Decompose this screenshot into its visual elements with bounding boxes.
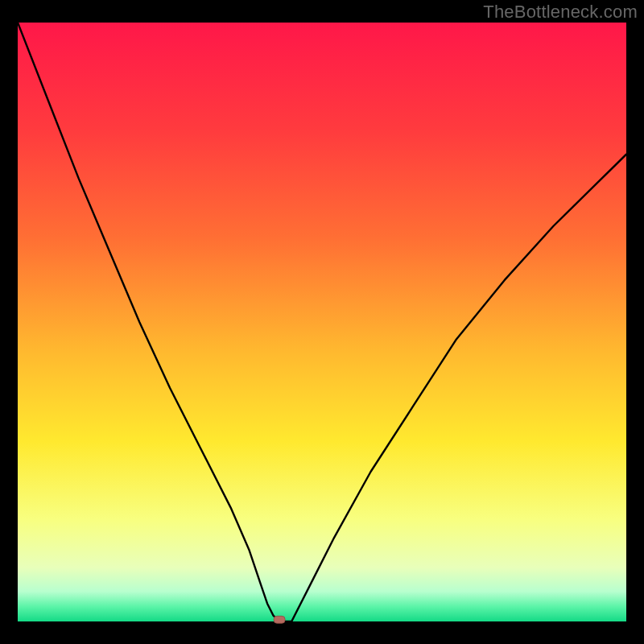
watermark-text: TheBottleneck.com <box>483 2 638 23</box>
chart-frame: TheBottleneck.com <box>0 0 644 644</box>
minimum-marker <box>274 616 285 623</box>
bottleneck-plot <box>0 0 644 644</box>
gradient-background <box>18 23 626 621</box>
